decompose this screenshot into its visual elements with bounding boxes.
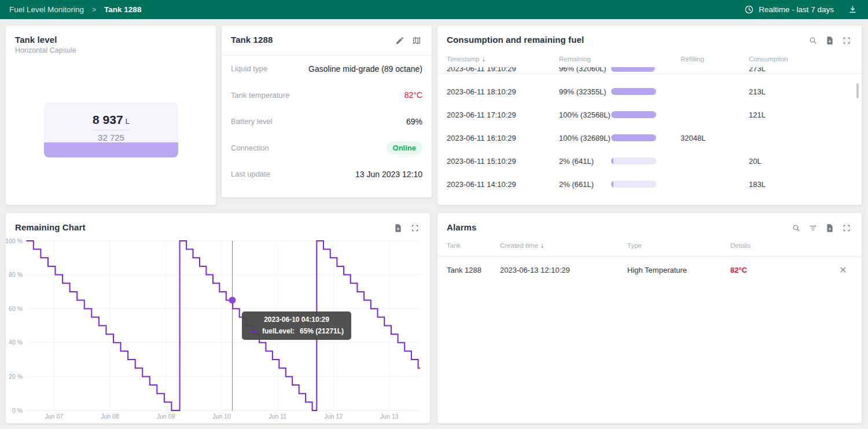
timestamp-cell: 2023-06-11 14:10:29 [437,180,559,189]
column-header-details[interactable]: Details [730,242,829,249]
search-icon [792,223,801,233]
consumption-cell: 20L [749,157,857,166]
table-row[interactable]: 2023-06-11 15:10:292% (641L)20L [437,149,857,173]
info-row: Liquid typeGasoline mid-grade (89 octane… [231,56,422,82]
map-icon [412,36,421,45]
progress-bar-fill [611,134,656,141]
x-axis-tick-label: Jun 08 [101,413,119,420]
file-export-icon [393,223,403,233]
card-title: Remaining Chart [15,222,86,232]
consumption-table-header: Timestamp↓ Remaining Refilling Consumpti… [437,54,862,64]
hovered-point-marker [229,297,236,304]
remaining-chart-card: 0 %20 %40 %60 %80 %100 %Jun 07Jun 08Jun … [6,213,430,423]
column-header-consumption[interactable]: Consumption [749,56,862,63]
alarm-row[interactable]: Tank 12882023-06-13 12:10:29High Tempera… [437,256,862,283]
remaining-cell: 2% (641L) [559,157,611,166]
column-header-created-time[interactable]: Created time↓ [500,241,627,250]
filter-icon [808,223,818,233]
close-icon [838,265,848,274]
progress-bar-track [611,88,656,95]
filter-button[interactable] [807,222,819,234]
scrollbar-thumb[interactable] [856,83,859,98]
x-axis-tick-label: Jun 13 [380,413,399,420]
table-row[interactable]: 2023-06-11 16:10:29100% (32689L)32048L [437,126,857,149]
info-label: Last update [231,170,270,178]
remaining-bar-cell [611,88,678,95]
timewindow-button[interactable]: Realtime - last 7 days [742,3,836,16]
info-row: Battery level69% [231,108,422,135]
table-row[interactable]: 2023-06-11 18:10:2999% (32355L)213L [437,80,857,103]
card-title: Alarms [447,222,476,232]
y-axis-tick-label: 60 % [9,305,23,312]
fullscreen-icon [842,36,851,45]
alarms-table-body: Tank 12882023-06-13 12:10:29High Tempera… [437,256,862,283]
column-header-remaining[interactable]: Remaining [559,56,611,63]
sort-desc-icon: ↓ [481,55,485,63]
column-header-refilling[interactable]: Refilling [678,56,749,63]
consumption-cell: 213L [749,87,857,96]
consumption-cell: 121L [749,111,857,119]
consumption-card: Consumption and remaining fuel Timestamp… [437,25,862,205]
progress-bar-fill [611,181,613,188]
column-header-type[interactable]: Type [627,242,730,249]
x-axis-tick-label: Jun 11 [269,413,286,420]
x-axis-tick-label: Jun 12 [325,413,343,420]
open-map-button[interactable] [411,35,422,46]
breadcrumb-current: Tank 1288 [104,5,141,14]
tank-info-rows: Liquid typeGasoline mid-grade (89 octane… [222,56,432,188]
info-value: 69% [406,117,422,126]
info-row: Tank temperature82°C [231,82,422,109]
column-header-timestamp[interactable]: Timestamp↓ [437,55,559,63]
remaining-bar-cell [611,67,678,72]
column-header-tank[interactable]: Tank [437,242,500,249]
export-button[interactable] [392,222,404,234]
tooltip-series-label: fuelLevel: [262,327,295,335]
info-value: Gasoline mid-grade (89 octane) [308,64,422,74]
fullscreen-button[interactable] [409,222,421,234]
fullscreen-icon [842,223,851,233]
export-button[interactable] [824,35,836,46]
export-button[interactable] [824,222,836,234]
progress-bar-track [611,181,656,188]
timestamp-cell: 2023-06-11 15:10:29 [437,157,559,166]
timestamp-cell: 2023-06-11 16:10:29 [437,134,559,142]
series-swatch [249,331,258,332]
consumption-cell: 183L [749,180,857,189]
timestamp-cell: 2023-06-11 17:10:29 [437,111,559,119]
progress-bar-track [611,67,656,72]
fullscreen-button[interactable] [841,35,852,46]
search-button[interactable] [790,222,802,234]
clear-alarm-button[interactable] [837,264,849,276]
remaining-cell: 100% (32568L) [559,111,611,119]
alarms-table-header: Tank Created time↓ Type Details [437,241,862,250]
progress-bar-fill [611,67,654,72]
edit-button[interactable] [394,35,406,46]
remaining-bar-cell [611,181,678,188]
progress-bar-fill [611,111,656,118]
remaining-cell: 96% (32060L) [559,67,611,73]
table-row[interactable]: 2023-06-11 17:10:29100% (32568L)121L [437,103,857,126]
y-axis-tick-label: 20 % [9,373,23,380]
search-button[interactable] [807,35,819,46]
x-axis-tick-label: Jun 07 [45,413,64,420]
card-title: Consumption and remaining fuel [447,35,584,45]
clock-icon [744,5,754,14]
download-dashboard-button[interactable] [847,3,859,16]
fuel-level-series-line [26,241,420,410]
remaining-cell: 99% (32355L) [559,87,611,96]
breadcrumb-root[interactable]: Fuel Level Monitoring [9,5,84,14]
table-row[interactable]: 2023-06-11 14:10:292% (661L)183L [437,173,857,196]
fullscreen-button[interactable] [841,222,852,234]
breadcrumb-separator: > [92,6,96,14]
tank-info-card: Tank 1288 Liquid typeGasoline mid-grade … [222,25,432,197]
y-axis-tick-label: 0 % [12,407,23,414]
remaining-bar-cell [611,157,678,164]
tank-capacity-value: 32 725 [98,133,124,142]
y-axis-tick-label: 40 % [9,339,23,346]
file-export-icon [825,36,834,45]
info-value: 82°C [404,90,422,100]
fuel-level-chart[interactable]: 0 %20 %40 %60 %80 %100 %Jun 07Jun 08Jun … [6,213,430,423]
card-subtitle: Horizontal Capsule [15,46,76,54]
capsule-divider [93,130,130,130]
timewindow-label: Realtime - last 7 days [759,5,834,14]
